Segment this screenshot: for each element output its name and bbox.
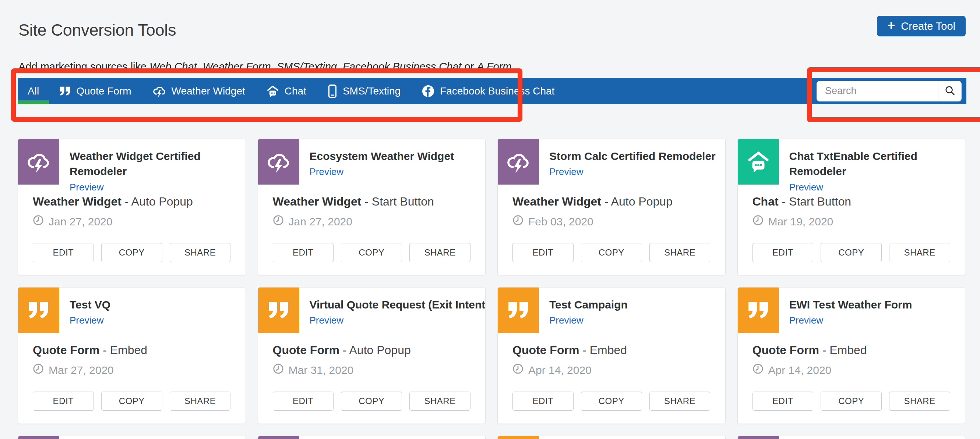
- tool-card-grid: Weather Widget Certified Remodeler Previ…: [18, 139, 965, 439]
- tool-card: Test VQ Preview Quote Form - Embed Mar 2…: [18, 287, 246, 424]
- storm-cloud-icon: [498, 139, 539, 185]
- tool-icon: [258, 436, 299, 439]
- tool-date: Mar 19, 2020: [752, 215, 834, 228]
- preview-link[interactable]: Preview: [70, 315, 103, 326]
- tool-date: Jan 27, 2020: [33, 215, 112, 228]
- copy-button[interactable]: COPY: [341, 391, 402, 411]
- page-subtitle: Add marketing sources like Web Chat, Wea…: [18, 61, 511, 73]
- mobile-phone-icon: [328, 84, 337, 98]
- clock-icon: [33, 363, 44, 377]
- copy-button[interactable]: COPY: [581, 391, 642, 411]
- tab-weather-widget[interactable]: Weather Widget: [142, 78, 256, 104]
- preview-link[interactable]: Preview: [789, 182, 823, 193]
- share-button[interactable]: SHARE: [409, 243, 471, 262]
- clock-icon: [512, 363, 523, 377]
- clock-icon: [752, 215, 764, 228]
- search-button[interactable]: [939, 81, 961, 101]
- edit-button[interactable]: EDIT: [752, 243, 814, 262]
- tool-date: Jan 27, 2020: [273, 215, 352, 228]
- preview-link[interactable]: Preview: [549, 166, 583, 178]
- preview-link[interactable]: Preview: [310, 315, 344, 326]
- tool-card: [258, 436, 486, 439]
- share-button[interactable]: SHARE: [170, 391, 231, 411]
- tool-card: Storm Calc Certified Remodeler Preview W…: [497, 139, 725, 276]
- clock-icon: [752, 363, 764, 377]
- tool-date: Mar 31, 2020: [273, 363, 354, 377]
- tool-card: Virtual Quote Request (Exit Intent Previ…: [258, 287, 486, 424]
- tool-card: Test Campaign Preview Quote Form - Embed…: [497, 287, 725, 424]
- storm-cloud-icon: [258, 139, 299, 185]
- tool-card: Ecosystem Weather Widget Preview Weather…: [258, 139, 486, 276]
- clock-icon: [512, 215, 523, 228]
- tab-chat[interactable]: Chat: [256, 78, 317, 104]
- edit-button[interactable]: EDIT: [512, 243, 574, 262]
- tool-type: Quote Form - Embed: [752, 343, 867, 357]
- share-button[interactable]: SHARE: [649, 243, 711, 262]
- edit-button[interactable]: EDIT: [33, 391, 94, 411]
- share-button[interactable]: SHARE: [409, 391, 471, 411]
- tool-card: Weather Widget Certified Remodeler Previ…: [18, 139, 246, 276]
- edit-button[interactable]: EDIT: [273, 391, 334, 411]
- tool-title: Virtual Quote Request (Exit Intent: [310, 297, 482, 312]
- tab-quote-form-label: Quote Form: [76, 85, 131, 97]
- storm-cloud-icon: [153, 84, 166, 98]
- edit-button[interactable]: EDIT: [512, 391, 574, 411]
- tool-date: Mar 27, 2020: [33, 363, 114, 377]
- tool-title: Weather Widget Certified Remodeler: [70, 149, 242, 179]
- tool-type: Weather Widget - Auto Popup: [33, 195, 193, 208]
- preview-link[interactable]: Preview: [549, 315, 583, 326]
- preview-link[interactable]: Preview: [789, 315, 823, 326]
- share-button[interactable]: SHARE: [649, 391, 711, 411]
- copy-button[interactable]: COPY: [101, 391, 162, 411]
- tab-quote-form[interactable]: Quote Form: [49, 78, 142, 104]
- storm-cloud-icon: [18, 139, 59, 185]
- share-button[interactable]: SHARE: [170, 243, 231, 262]
- edit-button[interactable]: EDIT: [33, 243, 94, 262]
- quote-icon: [738, 287, 779, 333]
- active-tab-indicator: [18, 100, 49, 104]
- tab-weather-widget-label: Weather Widget: [172, 85, 245, 97]
- page-title: Site Conversion Tools: [18, 21, 176, 40]
- search-input[interactable]: [817, 85, 938, 97]
- tab-all[interactable]: All: [18, 78, 49, 104]
- tool-type: Chat - Start Button: [752, 195, 851, 208]
- tab-sms-texting[interactable]: SMS/Texting: [317, 78, 411, 104]
- copy-button[interactable]: COPY: [821, 243, 882, 262]
- copy-button[interactable]: COPY: [101, 243, 162, 262]
- preview-link[interactable]: Preview: [310, 166, 344, 178]
- preview-link[interactable]: Preview: [70, 182, 103, 193]
- share-button[interactable]: SHARE: [889, 391, 950, 411]
- tab-facebook-business-chat[interactable]: Facebook Business Chat: [411, 78, 565, 104]
- tool-card: [18, 436, 246, 439]
- tool-type: Weather Widget - Start Button: [273, 195, 434, 208]
- home-chat-icon: [738, 139, 779, 185]
- clock-icon: [33, 215, 44, 228]
- tool-title: Chat TxtEnable Certified Remodeler: [789, 149, 962, 179]
- facebook-icon: [422, 85, 434, 97]
- tool-title: Storm Calc Certified Remodeler: [549, 149, 716, 163]
- copy-button[interactable]: COPY: [341, 243, 402, 262]
- tool-icon: [498, 436, 539, 439]
- clock-icon: [273, 215, 284, 228]
- tool-date: Feb 03, 2020: [512, 215, 593, 228]
- tool-type: Quote Form - Auto Popup: [273, 343, 411, 357]
- tool-card: [497, 436, 725, 439]
- copy-button[interactable]: COPY: [821, 391, 882, 411]
- create-tool-label: Create Tool: [901, 20, 955, 32]
- tool-card: EWI Test Weather Form Preview Quote Form…: [737, 287, 966, 424]
- tool-icon: [18, 436, 59, 439]
- tool-icon: [738, 436, 779, 439]
- edit-button[interactable]: EDIT: [752, 391, 814, 411]
- share-button[interactable]: SHARE: [889, 243, 950, 262]
- tool-title: Ecosystem Weather Widget: [310, 149, 454, 163]
- tool-type: Weather Widget - Auto Popup: [512, 195, 673, 208]
- filter-toolbar: All Quote Form Weather Widget Chat SMS/T…: [18, 78, 966, 104]
- plus-icon: +: [887, 19, 895, 32]
- create-tool-button[interactable]: + Create Tool: [877, 16, 966, 36]
- copy-button[interactable]: COPY: [581, 243, 642, 262]
- quote-icon: [60, 86, 71, 96]
- tool-date: Apr 14, 2020: [752, 363, 832, 377]
- quote-icon: [18, 287, 59, 333]
- quote-icon: [498, 287, 539, 333]
- edit-button[interactable]: EDIT: [273, 243, 334, 262]
